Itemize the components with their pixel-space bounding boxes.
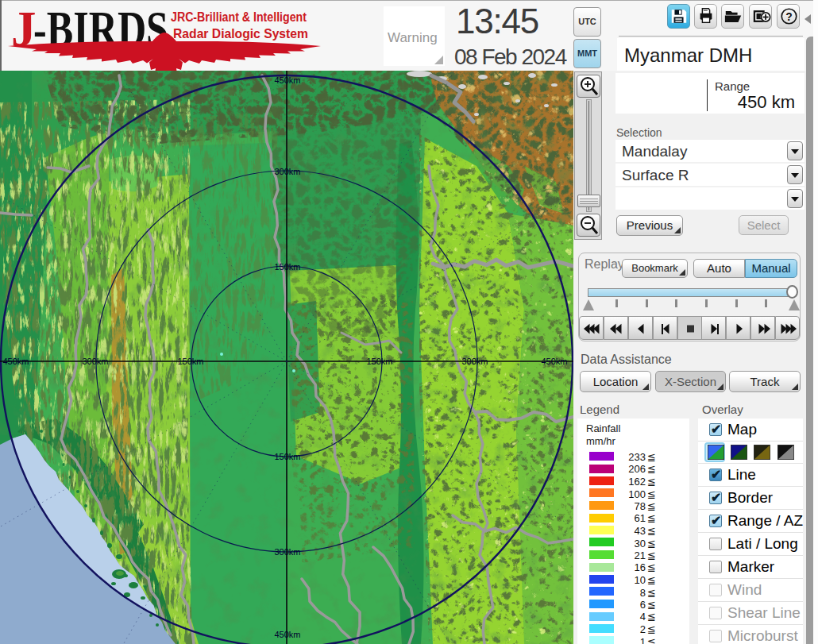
svg-text:150km: 150km <box>274 452 300 461</box>
svg-text:Radar Dialogic System: Radar Dialogic System <box>173 26 308 41</box>
svg-text:150km: 150km <box>366 357 392 366</box>
svg-text:450km: 450km <box>274 630 300 639</box>
svg-text:300km: 300km <box>274 547 300 557</box>
svg-text:300km: 300km <box>461 357 488 366</box>
svg-text:450km: 450km <box>2 357 29 366</box>
svg-text:JRC-Brilliant & Intelligent: JRC-Brilliant & Intelligent <box>171 10 307 24</box>
svg-text:300km: 300km <box>82 357 108 366</box>
svg-text:J: J <box>11 2 37 57</box>
svg-text:450km: 450km <box>541 357 567 366</box>
svg-text:150km: 150km <box>274 262 300 272</box>
svg-text:450km: 450km <box>274 75 300 85</box>
svg-text:150km: 150km <box>177 357 203 366</box>
svg-text:?: ? <box>785 10 792 23</box>
svg-text:300km: 300km <box>274 167 300 176</box>
